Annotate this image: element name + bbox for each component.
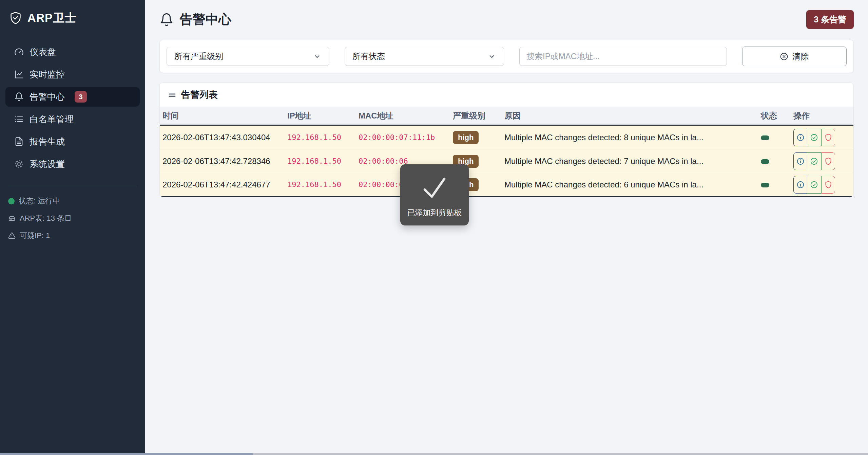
gear-icon bbox=[14, 159, 24, 169]
severity-badge: high bbox=[453, 131, 479, 144]
menu-icon bbox=[168, 91, 176, 99]
filter-bar: 所有严重级别 所有状态 清除 bbox=[159, 40, 854, 73]
app-logo: ARP卫士 bbox=[0, 0, 145, 32]
clear-button-label: 清除 bbox=[792, 51, 809, 62]
toast-message: 已添加到剪贴板 bbox=[407, 207, 462, 218]
table-title-text: 告警列表 bbox=[181, 89, 218, 101]
sidebar-item-alert-center[interactable]: 告警中心 3 bbox=[5, 87, 140, 107]
page-header: 告警中心 3 条告警 bbox=[159, 10, 854, 29]
block-button[interactable] bbox=[821, 129, 835, 146]
sidebar-item-whitelist[interactable]: 白名单管理 bbox=[5, 109, 140, 129]
status-suspicious-label: 可疑IP: 1 bbox=[20, 231, 50, 241]
warning-icon bbox=[8, 232, 16, 239]
alert-reason: Multiple MAC changes detected: 6 unique … bbox=[502, 180, 758, 189]
file-text-icon bbox=[14, 137, 24, 146]
status-arp-label: ARP表: 13 条目 bbox=[20, 213, 72, 223]
row-actions bbox=[793, 129, 853, 146]
sidebar-item-label: 报告生成 bbox=[30, 136, 65, 148]
horizontal-scrollbar[interactable] bbox=[0, 453, 868, 455]
main-content: 告警中心 3 条告警 所有严重级别 所有状态 清除 bbox=[145, 0, 868, 455]
status-running: 状态: 运行中 bbox=[8, 196, 137, 206]
sidebar-item-label: 实时监控 bbox=[30, 69, 65, 80]
sidebar-item-label: 告警中心 bbox=[30, 91, 65, 103]
sidebar-status: 状态: 运行中 ARP表: 13 条目 可疑IP: 1 bbox=[0, 196, 145, 241]
status-suspicious: 可疑IP: 1 bbox=[8, 231, 137, 241]
status-filter-select[interactable]: 所有状态 bbox=[345, 47, 504, 66]
alert-mac[interactable]: 02:00:00:07:11:1b bbox=[356, 133, 450, 142]
table-title: 告警列表 bbox=[160, 83, 853, 107]
sidebar-item-realtime[interactable]: 实时监控 bbox=[5, 65, 140, 84]
sidebar-divider bbox=[8, 187, 137, 187]
acknowledge-button[interactable] bbox=[807, 152, 821, 170]
alert-time: 2026-02-06T13:47:43.030404 bbox=[160, 133, 285, 142]
sidebar-item-label: 白名单管理 bbox=[30, 113, 74, 125]
alert-table-card: 告警列表 时间 IP地址 MAC地址 严重级别 原因 状态 操作 2026-02… bbox=[159, 83, 854, 197]
bell-icon bbox=[14, 92, 24, 102]
status-indicator bbox=[761, 159, 769, 164]
green-dot-icon bbox=[8, 198, 15, 204]
sidebar-nav: 仪表盘 实时监控 告警中心 3 白名单管理 报告生成 bbox=[0, 42, 145, 177]
clipboard-toast: 已添加到剪贴板 bbox=[400, 164, 469, 225]
app-title: ARP卫士 bbox=[27, 10, 77, 26]
gauge-icon bbox=[14, 47, 24, 57]
info-button[interactable] bbox=[793, 152, 807, 170]
bell-icon bbox=[159, 13, 174, 27]
alert-count-nav-badge: 3 bbox=[75, 91, 87, 102]
status-arp-table: ARP表: 13 条目 bbox=[8, 213, 137, 223]
server-icon bbox=[8, 215, 16, 222]
column-header-actions: 操作 bbox=[791, 110, 853, 121]
sidebar-item-label: 仪表盘 bbox=[30, 46, 56, 58]
severity-filter-select[interactable]: 所有严重级别 bbox=[167, 47, 329, 66]
alert-count-badge: 3 条告警 bbox=[806, 10, 854, 29]
list-icon bbox=[14, 114, 24, 124]
sidebar: ARP卫士 仪表盘 实时监控 告警中心 3 白名单管理 bbox=[0, 0, 145, 455]
alert-ip[interactable]: 192.168.1.50 bbox=[285, 157, 356, 165]
block-button[interactable] bbox=[821, 176, 835, 194]
severity-filter-value: 所有严重级别 bbox=[174, 51, 223, 62]
search-input[interactable] bbox=[519, 47, 727, 66]
alert-reason: Multiple MAC changes detected: 7 unique … bbox=[502, 157, 758, 166]
column-header-mac: MAC地址 bbox=[356, 110, 450, 121]
sidebar-item-label: 系统设置 bbox=[30, 158, 65, 170]
info-button[interactable] bbox=[793, 129, 807, 146]
status-indicator bbox=[761, 183, 769, 187]
sidebar-item-dashboard[interactable]: 仪表盘 bbox=[5, 42, 140, 62]
row-actions bbox=[793, 152, 853, 170]
status-indicator bbox=[761, 135, 769, 140]
block-button[interactable] bbox=[821, 152, 835, 170]
alert-ip[interactable]: 192.168.1.50 bbox=[285, 133, 356, 142]
table-row: 2026-02-06T13:47:42.728346 192.168.1.50 … bbox=[160, 149, 853, 173]
info-button[interactable] bbox=[793, 176, 807, 194]
column-header-reason: 原因 bbox=[502, 110, 758, 121]
acknowledge-button[interactable] bbox=[807, 129, 821, 146]
sidebar-item-reports[interactable]: 报告生成 bbox=[5, 132, 140, 151]
chevron-down-icon bbox=[487, 52, 496, 61]
status-filter-value: 所有状态 bbox=[352, 51, 385, 62]
alert-time: 2026-02-06T13:47:42.424677 bbox=[160, 180, 285, 189]
acknowledge-button[interactable] bbox=[807, 176, 821, 194]
shield-check-icon bbox=[9, 11, 22, 25]
alert-reason: Multiple MAC changes detected: 8 unique … bbox=[502, 133, 758, 142]
circle-x-icon bbox=[780, 52, 788, 61]
status-running-label: 状态: 运行中 bbox=[19, 196, 60, 206]
table-row: 2026-02-06T13:47:43.030404 192.168.1.50 … bbox=[160, 126, 853, 149]
clear-button[interactable]: 清除 bbox=[742, 47, 847, 66]
scrollbar-thumb[interactable] bbox=[0, 453, 253, 455]
alert-ip[interactable]: 192.168.1.50 bbox=[285, 180, 356, 189]
table-header-row: 时间 IP地址 MAC地址 严重级别 原因 状态 操作 bbox=[160, 107, 853, 126]
alert-time: 2026-02-06T13:47:42.728346 bbox=[160, 157, 285, 166]
table-row: 2026-02-06T13:47:42.424677 192.168.1.50 … bbox=[160, 173, 853, 197]
column-header-status: 状态 bbox=[758, 110, 791, 121]
page-title-text: 告警中心 bbox=[180, 11, 231, 28]
page-title: 告警中心 bbox=[159, 11, 231, 28]
column-header-ip: IP地址 bbox=[285, 110, 356, 121]
row-actions bbox=[793, 176, 853, 194]
sidebar-item-settings[interactable]: 系统设置 bbox=[5, 154, 140, 174]
line-chart-icon bbox=[14, 70, 24, 79]
column-header-severity: 严重级别 bbox=[450, 110, 502, 121]
chevron-down-icon bbox=[313, 52, 322, 61]
check-icon bbox=[420, 176, 449, 200]
column-header-time: 时间 bbox=[160, 110, 285, 121]
